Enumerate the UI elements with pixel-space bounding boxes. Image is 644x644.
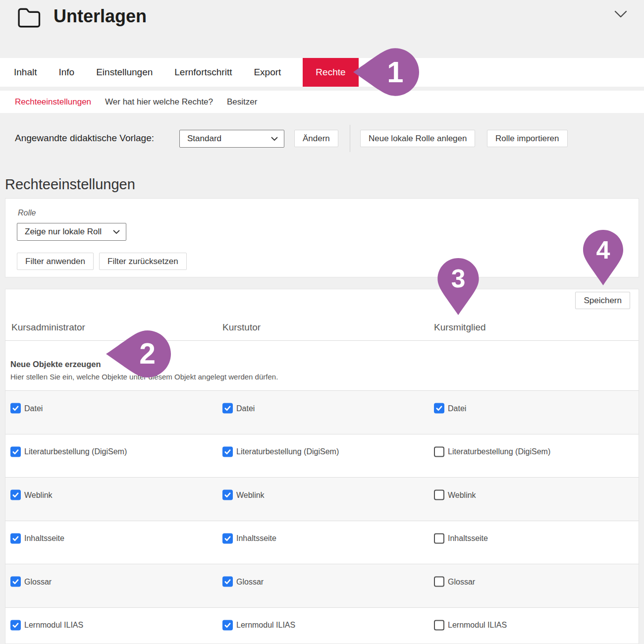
permission-datei-kursadministrator[interactable]: Datei	[10, 403, 43, 414]
table-row: InhaltsseiteInhaltsseiteInhaltsseite	[5, 521, 639, 564]
checkbox-checked-icon[interactable]	[222, 533, 233, 543]
permission-inhaltsseite-kursmitglied[interactable]: Inhaltsseite	[434, 533, 488, 543]
table-row: GlossarGlossarGlossar	[5, 564, 639, 607]
table-row: Literaturbestellung (DigiSem)Literaturbe…	[5, 434, 639, 478]
checkbox-unchecked-icon[interactable]	[434, 446, 444, 457]
checkbox-checked-icon[interactable]	[222, 446, 233, 457]
permission-weblink-kursadministrator[interactable]: Weblink	[10, 490, 53, 500]
permission-label: Weblink	[448, 491, 476, 499]
permission-rows: DateiDateiDateiLiteraturbestellung (Digi…	[5, 390, 639, 644]
permission-label: Lernmodul ILIAS	[236, 621, 295, 629]
permission-label: Literaturbestellung (DigiSem)	[236, 448, 339, 456]
permission-weblink-kurstutor[interactable]: Weblink	[222, 490, 265, 500]
permission-lernmodul-ilias-kursmitglied[interactable]: Lernmodul ILIAS	[434, 620, 507, 630]
permission-lernmodul-ilias-kurstutor[interactable]: Lernmodul ILIAS	[222, 620, 295, 630]
permission-label: Lernmodul ILIAS	[24, 621, 83, 629]
subtab-besitzer[interactable]: Besitzer	[227, 97, 257, 107]
permission-label: Inhaltsseite	[24, 535, 64, 542]
permission-label: Datei	[236, 404, 255, 412]
page-title: Unterlagen	[54, 6, 147, 27]
page: Unterlagen InhaltInfoEinstellungenLernfo…	[0, 0, 644, 644]
import-role-button[interactable]: Rolle importieren	[487, 130, 568, 147]
permission-glossar-kursadministrator[interactable]: Glossar	[10, 577, 52, 587]
checkbox-checked-icon[interactable]	[10, 533, 21, 543]
permission-glossar-kursmitglied[interactable]: Glossar	[434, 577, 475, 587]
chevron-down-icon[interactable]	[614, 10, 627, 18]
folder-icon	[16, 6, 42, 29]
role-filter-value: Zeige nur lokale Roll	[25, 227, 102, 237]
tab-bar: InhaltInfoEinstellungenLernfortschrittEx…	[0, 58, 644, 87]
checkbox-checked-icon[interactable]	[222, 620, 233, 630]
table-row: WeblinkWeblinkWeblink	[5, 477, 639, 521]
didactic-template-label: Angewandte didaktische Vorlage:	[15, 133, 154, 144]
checkbox-unchecked-icon[interactable]	[434, 490, 444, 500]
didactic-template-value: Standard	[187, 134, 221, 144]
save-button[interactable]: Speichern	[575, 292, 630, 309]
role-filter-label: Rolle	[18, 209, 36, 217]
checkbox-checked-icon[interactable]	[434, 403, 444, 414]
subtab-rechteeinstellungen[interactable]: Rechteeinstellungen	[15, 97, 91, 107]
subtab-bar: RechteeinstellungenWer hat hier welche R…	[0, 91, 644, 113]
checkbox-checked-icon[interactable]	[222, 403, 233, 414]
chevron-down-icon	[113, 230, 120, 234]
didactic-template-select[interactable]: Standard	[179, 130, 284, 148]
tab-export[interactable]: Export	[254, 58, 281, 87]
tab-lernfortschritt[interactable]: Lernfortschritt	[174, 58, 232, 87]
permission-literaturbestellung-digisem-kurstutor[interactable]: Literaturbestellung (DigiSem)	[222, 446, 339, 457]
checkbox-checked-icon[interactable]	[10, 490, 21, 500]
checkbox-checked-icon[interactable]	[222, 490, 233, 500]
rights-settings-heading: Rechteeinstellungen	[5, 176, 135, 193]
table-row: Lernmodul ILIASLernmodul ILIASLernmodul …	[5, 607, 639, 644]
permission-label: Inhaltsseite	[448, 535, 488, 542]
checkbox-unchecked-icon[interactable]	[434, 533, 444, 543]
permission-label: Datei	[24, 404, 43, 412]
permission-label: Glossar	[24, 578, 52, 586]
new-local-role-button[interactable]: Neue lokale Rolle anlegen	[360, 130, 475, 147]
permission-inhaltsseite-kursadministrator[interactable]: Inhaltsseite	[10, 533, 64, 543]
permission-label: Inhaltsseite	[236, 535, 276, 542]
permission-inhaltsseite-kurstutor[interactable]: Inhaltsseite	[222, 533, 276, 543]
subtab-wer-hat-hier-welche-rechte[interactable]: Wer hat hier welche Rechte?	[105, 97, 213, 107]
permission-datei-kurstutor[interactable]: Datei	[222, 403, 255, 414]
permission-label: Lernmodul ILIAS	[448, 621, 507, 629]
permission-lernmodul-ilias-kursadministrator[interactable]: Lernmodul ILIAS	[10, 620, 83, 630]
permission-label: Datei	[448, 404, 466, 412]
checkbox-unchecked-icon[interactable]	[434, 577, 444, 587]
permission-glossar-kurstutor[interactable]: Glossar	[222, 577, 264, 587]
tab-info[interactable]: Info	[58, 58, 74, 87]
role-filter-select[interactable]: Zeige nur lokale Roll	[17, 223, 126, 241]
permission-datei-kursmitglied[interactable]: Datei	[434, 403, 466, 414]
tab-einstellungen[interactable]: Einstellungen	[96, 58, 153, 87]
permission-literaturbestellung-digisem-kursadministrator[interactable]: Literaturbestellung (DigiSem)	[10, 446, 127, 457]
apply-filter-button[interactable]: Filter anwenden	[17, 253, 94, 270]
filter-panel: Rolle Zeige nur lokale Roll Filter anwen…	[5, 198, 639, 277]
table-row: DateiDateiDatei	[5, 390, 639, 434]
section-title: Neue Objekte erzeugen	[10, 360, 101, 369]
vertical-divider	[350, 125, 350, 152]
permission-label: Weblink	[24, 491, 53, 499]
permission-literaturbestellung-digisem-kursmitglied[interactable]: Literaturbestellung (DigiSem)	[434, 446, 550, 457]
tab-rechte[interactable]: Rechte	[303, 58, 358, 87]
change-template-button[interactable]: Ändern	[294, 130, 338, 147]
tab-inhalt[interactable]: Inhalt	[14, 58, 37, 87]
checkbox-checked-icon[interactable]	[10, 403, 21, 414]
permission-label: Weblink	[236, 491, 265, 499]
reset-filter-button[interactable]: Filter zurücksetzen	[99, 253, 187, 270]
checkbox-checked-icon[interactable]	[10, 577, 21, 587]
checkbox-checked-icon[interactable]	[10, 446, 21, 457]
chevron-down-icon	[271, 137, 278, 141]
role-header-kurstutor: Kurstutor	[222, 322, 261, 333]
checkbox-checked-icon[interactable]	[10, 620, 21, 630]
permission-weblink-kursmitglied[interactable]: Weblink	[434, 490, 476, 500]
section-description: Hier stellen Sie ein, welche Objekte unt…	[10, 373, 278, 381]
permission-label: Literaturbestellung (DigiSem)	[24, 448, 127, 456]
permission-label: Glossar	[448, 578, 475, 586]
section-header: Neue Objekte erzeugen Hier stellen Sie e…	[5, 340, 639, 390]
permission-label: Glossar	[236, 578, 264, 586]
checkbox-checked-icon[interactable]	[222, 577, 233, 587]
checkbox-unchecked-icon[interactable]	[434, 620, 444, 630]
role-header-kursadministrator: Kursadministrator	[11, 322, 85, 333]
permissions-table: Speichern KursadministratorKurstutorKurs…	[5, 289, 639, 644]
role-header-kursmitglied: Kursmitglied	[434, 322, 486, 333]
permission-label: Literaturbestellung (DigiSem)	[448, 448, 550, 456]
